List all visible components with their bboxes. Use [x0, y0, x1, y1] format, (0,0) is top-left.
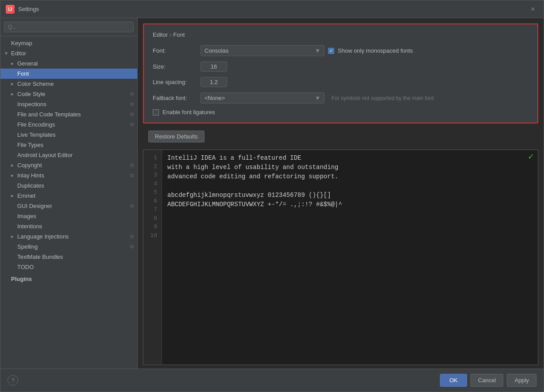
font-dropdown-arrow: ▼	[315, 47, 320, 54]
apply-button[interactable]: Apply	[507, 374, 536, 387]
copyright-copy-icon: ⧉	[130, 162, 134, 168]
breadcrumb-child: Font	[173, 31, 185, 38]
sidebar-item-intentions[interactable]: Intentions	[0, 221, 137, 231]
line-num-6: 6	[145, 197, 160, 206]
code-line-9	[167, 228, 532, 237]
bottom-bar: ? OK Cancel Apply	[0, 369, 544, 392]
font-row: Font: Consolas ▼ Show only monospaced fo…	[153, 45, 529, 56]
code-line-10	[167, 237, 532, 246]
sidebar-item-images[interactable]: Images	[0, 211, 137, 221]
line-num-1: 1	[145, 154, 160, 162]
content-area: Keymap Editor General Font Color Scheme	[0, 18, 544, 369]
monospaced-checkbox[interactable]	[328, 48, 334, 54]
sidebar-item-font[interactable]: Font	[0, 69, 137, 79]
ligatures-label: Enable font ligatures	[162, 109, 215, 115]
sidebar-item-duplicates[interactable]: Duplicates	[0, 181, 137, 191]
restore-defaults-button[interactable]: Restore Defaults	[148, 131, 204, 142]
line-num-4: 4	[145, 180, 160, 188]
inlay-hints-copy-icon: ⧉	[130, 173, 134, 178]
inspections-label: Inspections	[17, 101, 46, 108]
help-button[interactable]: ?	[8, 375, 18, 386]
close-button[interactable]: ×	[528, 4, 538, 15]
color-scheme-arrow	[10, 81, 16, 86]
language-injections-arrow	[10, 234, 16, 239]
cancel-button[interactable]: Cancel	[471, 374, 503, 387]
code-line-3: advanced code editing and refactoring su…	[167, 172, 532, 181]
intentions-label: Intentions	[17, 223, 42, 230]
file-encodings-copy-icon: ⧉	[130, 122, 134, 127]
monospaced-label: Show only monospaced fonts	[338, 47, 413, 54]
breadcrumb-parent: Editor	[153, 31, 168, 38]
language-injections-label: Language Injections	[17, 233, 69, 240]
general-arrow	[10, 61, 16, 66]
code-preview-inner: 1 2 3 4 5 6 7 8 9 10 IntelliJ IDEA is a …	[143, 150, 538, 365]
line-spacing-input[interactable]	[201, 77, 227, 87]
code-line-2: with a high level of usability and outst…	[167, 163, 532, 172]
line-num-9: 9	[145, 223, 160, 231]
sidebar-item-code-style[interactable]: Code Style ⧉	[0, 89, 137, 99]
spelling-copy-icon: ⧉	[130, 244, 134, 250]
sidebar-item-file-encodings[interactable]: File Encodings ⧉	[0, 119, 137, 130]
inspections-copy-icon: ⧉	[130, 101, 134, 107]
font-dropdown-value: Consolas	[204, 47, 228, 54]
code-style-copy-icon: ⧉	[130, 91, 134, 97]
sidebar-item-spelling[interactable]: Spelling ⧉	[0, 242, 137, 252]
sidebar-item-copyright[interactable]: Copyright ⧉	[0, 160, 137, 170]
code-line-5: abcdefghijklmnopqrstuvwxyz 0123456789 ()…	[167, 191, 532, 200]
code-preview: ✓ 1 2 3 4 5 6 7 8 9 10 Int	[143, 150, 538, 365]
size-row: Size:	[153, 61, 529, 72]
bottom-buttons: OK Cancel Apply	[440, 374, 536, 387]
line-numbers: 1 2 3 4 5 6 7 8 9 10	[143, 150, 162, 365]
sidebar-item-general[interactable]: General	[0, 58, 137, 69]
sidebar-item-editor[interactable]: Editor	[0, 48, 137, 58]
restore-defaults-container: Restore Defaults	[138, 129, 544, 146]
sidebar-item-file-types[interactable]: File Types	[0, 140, 137, 150]
file-encodings-label: File Encodings	[17, 121, 55, 128]
code-line-4	[167, 181, 532, 191]
sidebar-item-color-scheme[interactable]: Color Scheme	[0, 79, 137, 89]
color-scheme-label: Color Scheme	[17, 81, 54, 87]
sidebar-item-keymap[interactable]: Keymap	[0, 38, 137, 48]
line-num-8: 8	[145, 214, 160, 223]
line-num-3: 3	[145, 171, 160, 180]
keymap-label: Keymap	[11, 40, 32, 46]
settings-pane: Editor › Font Font: Consolas ▼ Show only…	[143, 23, 538, 123]
line-num-2: 2	[145, 162, 160, 171]
search-input[interactable]	[4, 22, 134, 32]
size-input[interactable]	[201, 61, 227, 72]
sidebar-item-inspections[interactable]: Inspections ⧉	[0, 99, 137, 109]
fallback-font-dropdown-arrow: ▼	[315, 95, 320, 101]
inlay-hints-label: Inlay Hints	[17, 172, 44, 179]
sidebar-item-language-injections[interactable]: Language Injections ⧉	[0, 231, 137, 242]
sidebar-item-gui-designer[interactable]: GUI Designer ⧉	[0, 201, 137, 211]
main-panel: Editor › Font Font: Consolas ▼ Show only…	[138, 18, 544, 369]
line-num-5: 5	[145, 188, 160, 197]
ligatures-row: Enable font ligatures	[153, 109, 529, 115]
file-code-templates-copy-icon: ⧉	[130, 111, 134, 117]
fallback-font-label: Fallback font:	[153, 95, 197, 101]
font-dropdown[interactable]: Consolas ▼	[201, 45, 324, 56]
fallback-font-dropdown[interactable]: <None> ▼	[201, 92, 324, 104]
ok-button[interactable]: OK	[440, 374, 467, 387]
editor-label: Editor	[11, 50, 26, 57]
code-line-7	[167, 209, 532, 219]
general-label: General	[17, 60, 38, 67]
sidebar-item-todo[interactable]: TODO	[0, 262, 137, 272]
sidebar-item-emmet[interactable]: Emmet	[0, 191, 137, 201]
sidebar-item-live-templates[interactable]: Live Templates	[0, 130, 137, 140]
file-code-templates-label: File and Code Templates	[17, 111, 81, 118]
ligatures-checkbox[interactable]	[153, 109, 159, 115]
copyright-label: Copyright	[17, 162, 42, 169]
breadcrumb: Editor › Font	[153, 31, 529, 38]
inlay-hints-arrow	[10, 173, 16, 178]
emmet-label: Emmet	[17, 192, 35, 199]
sidebar-item-textmate-bundles[interactable]: TextMate Bundles	[0, 252, 137, 262]
sidebar-item-file-code-templates[interactable]: File and Code Templates ⧉	[0, 109, 137, 119]
code-line-1: IntelliJ IDEA is a full-featured IDE	[167, 154, 532, 163]
code-line-6: ABCDEFGHIJKLMNOPQRSTUVWXYZ +-*/= .,;:!? …	[167, 200, 532, 209]
sidebar-item-android-layout-editor[interactable]: Android Layout Editor	[0, 150, 137, 160]
sidebar-item-plugins[interactable]: Plugins	[0, 274, 137, 284]
plugins-label: Plugins	[11, 276, 32, 282]
sidebar-item-inlay-hints[interactable]: Inlay Hints ⧉	[0, 170, 137, 181]
android-layout-editor-label: Android Layout Editor	[17, 152, 73, 158]
